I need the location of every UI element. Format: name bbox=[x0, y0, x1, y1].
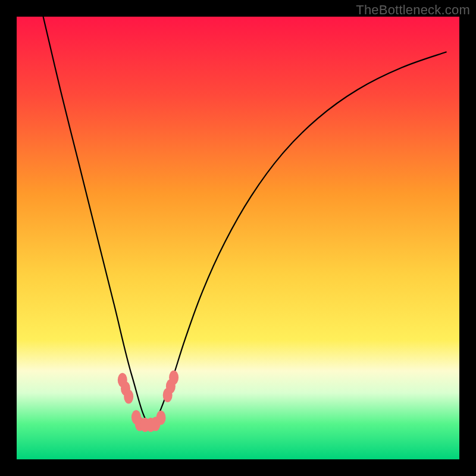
marker-cluster-2 bbox=[163, 370, 178, 402]
plot-area bbox=[17, 17, 459, 459]
watermark-text: TheBottleneck.com bbox=[356, 2, 470, 18]
curve-layer bbox=[17, 17, 459, 459]
marker-0-2 bbox=[124, 389, 133, 403]
marker-cluster-1 bbox=[131, 410, 166, 432]
marker-2-2 bbox=[169, 370, 178, 384]
marker-cluster-0 bbox=[118, 373, 133, 404]
marker-1-5 bbox=[156, 411, 166, 425]
chart-frame: TheBottleneck.com bbox=[0, 0, 476, 476]
bottleneck-curve bbox=[43, 17, 446, 424]
